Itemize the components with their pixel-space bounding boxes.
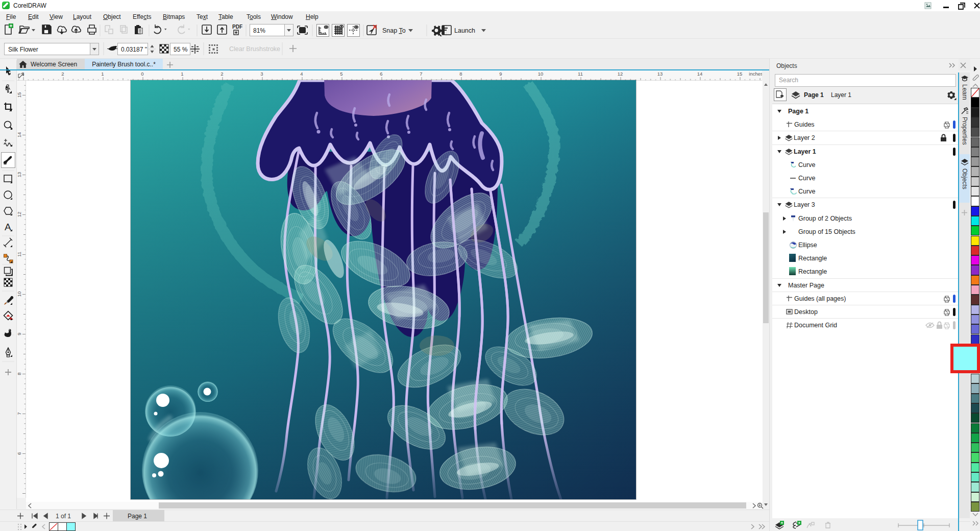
svg-text:8: 8 [17,372,22,375]
svg-text:9: 9 [499,71,502,77]
svg-text:6: 6 [380,71,382,77]
svg-text:14: 14 [697,71,703,77]
svg-text:5: 5 [340,71,342,77]
svg-text:1: 1 [181,71,183,77]
svg-text:1: 1 [101,71,104,77]
svg-text:2: 2 [61,71,64,77]
svg-text:7: 7 [420,71,422,77]
svg-text:15: 15 [17,92,22,98]
svg-text:10: 10 [17,292,22,297]
svg-text:7: 7 [17,412,22,415]
svg-text:13: 13 [17,172,22,178]
svg-text:2: 2 [220,71,223,77]
svg-text:12: 12 [17,212,22,218]
svg-text:11: 11 [17,252,22,257]
svg-text:Clear Brushstroke: Clear Brushstroke [229,45,280,53]
svg-text:inches: inches [749,71,762,77]
svg-text:PDF: PDF [232,24,242,30]
svg-text:Page 1: Page 1 [128,513,147,520]
svg-text:4: 4 [300,71,303,77]
svg-text:12: 12 [618,71,623,77]
svg-text:Snap To: Snap To [382,27,406,34]
svg-text:8: 8 [459,71,462,77]
svg-text:9: 9 [17,332,22,335]
svg-text:6: 6 [17,452,22,454]
svg-text:15: 15 [737,71,743,77]
svg-text:Launch: Launch [454,27,475,34]
svg-text:A: A [5,222,11,232]
svg-text:10: 10 [538,71,544,77]
svg-text:14: 14 [17,132,22,138]
svg-text:3: 3 [260,71,263,77]
svg-text:13: 13 [657,71,663,77]
svg-text:0: 0 [141,71,143,77]
svg-text:11: 11 [578,71,583,77]
svg-text:1 of 1: 1 of 1 [56,513,71,520]
